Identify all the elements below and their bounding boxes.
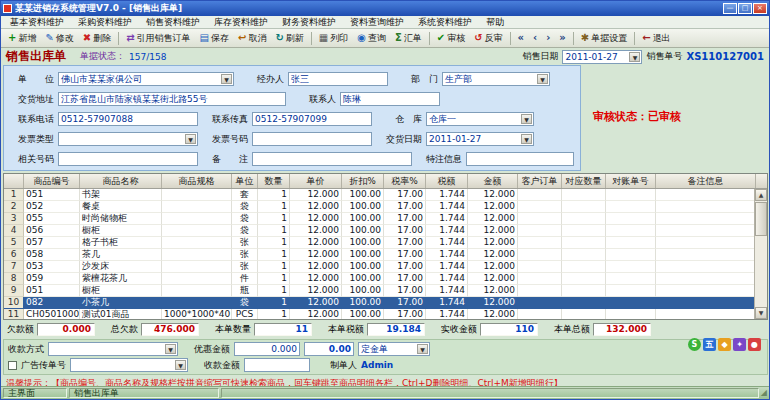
warehouse-select[interactable]: 仓库一▼ [426,112,534,126]
special-info-input[interactable] [466,152,574,166]
column-header[interactable]: 税率% [384,174,426,188]
column-header[interactable]: 商品编号 [24,174,80,188]
vertical-scrollbar[interactable]: ▲ ▼ [754,189,767,319]
cancel-button[interactable]: ↩取消 [234,30,270,47]
column-header[interactable]: 客户订单 [518,174,562,188]
deposit-select[interactable]: 定金单▼ [358,342,430,356]
column-header[interactable]: 单价 [290,174,342,188]
column-header[interactable]: 折扣% [342,174,384,188]
close-button[interactable]: × [753,3,767,14]
exit-button[interactable]: ←退出 [638,30,674,47]
query-button[interactable]: ◉查询 [353,30,390,47]
tray-icon-1[interactable]: ◆ [718,338,731,351]
contact-input[interactable]: 陈琳 [340,92,440,106]
menu-item-7[interactable]: 帮助 [479,16,511,29]
remark-input[interactable] [252,152,412,166]
print-button[interactable]: ▦列印 [315,30,352,47]
chevron-down-icon[interactable]: ▼ [165,344,176,354]
menu-item-5[interactable]: 资料查询维护 [343,16,411,29]
chevron-down-icon[interactable]: ▼ [521,114,532,124]
unaudit-button[interactable]: ↺反审 [470,30,506,47]
cell: 12.000 [468,285,518,297]
menu-item-2[interactable]: 销售资料维护 [139,16,207,29]
ref-order-button[interactable]: ⇄引用销售订单 [122,30,194,47]
edit-button[interactable]: ✎修改 [41,30,77,47]
tray-icon-2[interactable]: ✦ [733,338,746,351]
column-header[interactable]: 对账单号 [606,174,656,188]
audit-button[interactable]: ✔审核 [433,30,469,47]
discount-input[interactable]: 0.000 [234,342,300,356]
table-row[interactable]: 5057格子书柜张112.000100.0017.001.74412.000 [4,237,754,249]
table-row[interactable]: 10082小茶几袋112.000100.0017.001.74412.000 [4,297,754,309]
column-header[interactable]: 备注信息 [656,174,756,188]
chevron-down-icon[interactable]: ▼ [629,52,640,62]
table-row[interactable]: 6058茶几张112.000100.0017.001.74412.000 [4,249,754,261]
receive-input[interactable] [244,358,310,372]
fax-input[interactable]: 0512-57907099 [252,112,372,126]
column-header[interactable]: 税额 [426,174,468,188]
chevron-down-icon[interactable]: ▼ [417,344,428,354]
table-row[interactable]: 9051橱柜瓶112.000100.0017.001.74412.000 [4,285,754,297]
invoice-no-input[interactable] [252,132,372,146]
table-row[interactable]: 3055时尚储物柜袋112.000100.0017.001.74412.000 [4,213,754,225]
dept-select[interactable]: 生产部▼ [442,72,550,86]
fax-label: 联系传真 [202,113,248,126]
pay-method-select[interactable]: ▼ [48,342,178,356]
scroll-up-icon[interactable]: ▲ [755,189,767,201]
chevron-down-icon[interactable]: ▼ [521,134,532,144]
scrollbar-thumb[interactable] [755,202,767,236]
related-no-input[interactable] [58,152,198,166]
promo-checkbox[interactable] [8,361,17,370]
nav-prev-button[interactable]: ‹ [529,31,541,45]
unit-select[interactable]: 佛山市某某家俱公司▼ [58,72,234,86]
nav-last-button[interactable]: » [555,31,569,45]
skype-icon[interactable]: S [688,338,701,351]
refresh-button[interactable]: ↻刷新 [271,30,307,47]
column-header[interactable]: 数量 [258,174,290,188]
save-icon: ▤ [200,33,209,43]
resize-grip[interactable]: ◢ [761,388,767,398]
menu-item-4[interactable]: 财务资料维护 [275,16,343,29]
tray-icon-3[interactable]: ● [748,338,761,351]
column-header[interactable]: 对应数量 [562,174,606,188]
table-row[interactable]: 11CH05010001测试01商品1000*1000*40PCS112.000… [4,309,754,319]
column-header[interactable]: 商品规格 [162,174,232,188]
column-header[interactable]: 单位 [232,174,258,188]
chevron-down-icon[interactable]: ▼ [175,360,186,370]
invoice-type-select[interactable]: ▼ [58,132,198,146]
scroll-down-icon[interactable]: ▼ [755,307,767,319]
column-header[interactable]: 商品名称 [80,174,162,188]
table-row[interactable]: 8059紫檀花茶几件112.000100.0017.001.74412.000 [4,273,754,285]
phone-input[interactable]: 0512-57907088 [58,112,198,126]
sale-date-input[interactable]: 2011-01-27▼ [562,50,642,64]
agent-input[interactable]: 张三 [288,72,388,86]
table-row[interactable]: 7053沙发床张112.000100.0017.001.74412.000 [4,261,754,273]
minimize-button[interactable]: — [723,3,737,14]
promo-select[interactable]: ▼ [70,358,188,372]
chevron-down-icon[interactable]: ▼ [537,74,548,84]
ime-icon[interactable]: 五 [703,338,716,351]
table-row[interactable]: 1051书架套112.000100.0017.001.74412.000 [4,189,754,201]
chevron-down-icon[interactable]: ▼ [185,134,196,144]
table-row[interactable]: 2052餐桌袋112.000100.0017.001.74412.000 [4,201,754,213]
address-input[interactable]: 江苏省昆山市陆家镇某某街北路55号 [58,92,286,106]
save-button[interactable]: ▤保存 [196,30,233,47]
nav-first-button[interactable]: « [514,31,528,45]
chevron-down-icon[interactable]: ▼ [221,74,232,84]
cell: PCS [232,309,258,319]
maximize-button[interactable]: □ [738,3,752,14]
settings-button[interactable]: ✱单据设置 [577,30,631,47]
nav-next-button[interactable]: › [542,31,554,45]
menu-item-3[interactable]: 库存资料维护 [207,16,275,29]
menu-item-1[interactable]: 采购资料维护 [71,16,139,29]
collect-button[interactable]: Σ汇单 [391,30,426,47]
menu-item-6[interactable]: 系统资料维护 [411,16,479,29]
new-button[interactable]: +新增 [4,30,40,47]
table-row[interactable]: 4056橱柜袋112.000100.0017.001.74412.000 [4,225,754,237]
deliver-date-input[interactable]: 2011-01-27▼ [426,132,534,146]
column-header[interactable]: 金额 [468,174,518,188]
delete-button[interactable]: ✖删除 [79,30,115,47]
menu-item-0[interactable]: 基本资料维护 [3,16,71,29]
refresh-icon: ↻ [275,33,283,43]
row-number-header[interactable] [4,174,24,188]
